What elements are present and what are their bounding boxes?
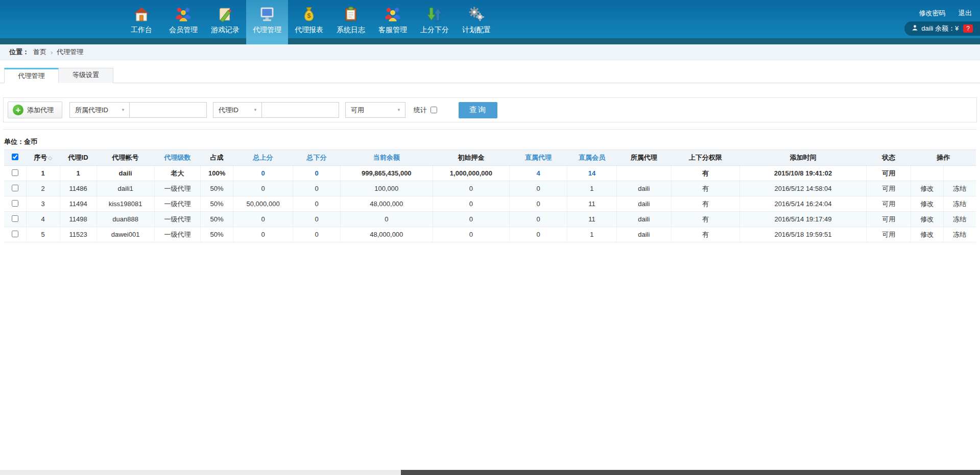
col-header-total_down[interactable]: 总下分 bbox=[293, 150, 341, 166]
clipboard-icon bbox=[342, 5, 360, 23]
cell-parent: daili bbox=[616, 196, 671, 212]
topbar-links: 修改密码 退出 bbox=[907, 9, 972, 18]
cell-total_down[interactable]: 0 bbox=[293, 196, 341, 212]
tab-active[interactable]: 代理管理 bbox=[4, 68, 59, 83]
cell-seq: 4 bbox=[26, 212, 60, 227]
tab-inactive[interactable]: 等级设置 bbox=[59, 68, 113, 83]
scrollbar-thumb[interactable] bbox=[401, 470, 980, 475]
cell-status: 可用 bbox=[867, 212, 911, 227]
query-button[interactable]: 查询 bbox=[459, 102, 497, 118]
agent-id-input[interactable] bbox=[261, 102, 339, 118]
nav-item-label: 工作台 bbox=[131, 26, 152, 35]
col-header-direct_members[interactable]: 直属会员 bbox=[567, 150, 617, 166]
stats-checkbox[interactable] bbox=[431, 107, 437, 113]
change-password-link[interactable]: 修改密码 bbox=[919, 9, 945, 17]
cell-parent: daili bbox=[616, 212, 671, 227]
modify-link[interactable]: 修改 bbox=[911, 212, 943, 227]
col-header-total_up[interactable]: 总上分 bbox=[233, 150, 293, 166]
add-agent-label: 添加代理 bbox=[27, 106, 54, 115]
cell-status: 可用 bbox=[867, 227, 911, 242]
cell-level: 一级代理 bbox=[154, 212, 201, 227]
modify-link[interactable]: 修改 bbox=[911, 196, 943, 212]
add-agent-button[interactable]: + 添加代理 bbox=[8, 102, 62, 118]
nav-item-members[interactable]: 会员管理 bbox=[162, 0, 204, 38]
row-checkbox[interactable] bbox=[12, 169, 18, 176]
freeze-link[interactable]: 冻结 bbox=[943, 212, 976, 227]
cell-seq: 3 bbox=[26, 196, 60, 212]
nav-item-agent-monitor[interactable]: 代理管理 bbox=[246, 0, 288, 38]
row-checkbox[interactable] bbox=[12, 231, 18, 237]
svg-text:$: $ bbox=[307, 12, 310, 19]
row-checkbox[interactable] bbox=[12, 185, 18, 191]
parent-agent-id-select[interactable]: 所属代理ID bbox=[69, 102, 130, 118]
cell-status: 可用 bbox=[867, 181, 911, 196]
cell-total_up[interactable]: 0 bbox=[233, 166, 293, 181]
nav-item-transfer-arrows[interactable]: 上分下分 bbox=[414, 0, 456, 38]
breadcrumb-home-link[interactable]: 首页 bbox=[33, 47, 46, 57]
modify-link[interactable]: 修改 bbox=[911, 181, 943, 196]
parent-agent-id-input[interactable] bbox=[129, 102, 207, 118]
cell-direct_members[interactable]: 11 bbox=[567, 196, 617, 212]
cell-direct_agents[interactable]: 4 bbox=[510, 166, 567, 181]
cell-total_down[interactable]: 0 bbox=[293, 227, 341, 242]
col-header-added_time: 添加时间 bbox=[739, 150, 867, 166]
cell-total_up[interactable]: 0 bbox=[233, 181, 293, 196]
col-header-seq[interactable]: 序号◇ bbox=[26, 150, 60, 166]
freeze-link[interactable]: 冻结 bbox=[943, 227, 976, 242]
cell-direct_agents[interactable]: 0 bbox=[510, 227, 567, 242]
agent-id-select[interactable]: 代理ID bbox=[213, 102, 262, 118]
status-select[interactable]: 可用 bbox=[345, 102, 405, 118]
cell-balance: 999,865,435,000 bbox=[340, 166, 433, 181]
cell-direct_members[interactable]: 1 bbox=[567, 227, 617, 242]
sort-icon: ◇ bbox=[48, 155, 52, 161]
cell-added_time: 2016/5/12 14:58:04 bbox=[739, 181, 867, 196]
cell-balance: 48,000,000 bbox=[340, 227, 433, 242]
nav-item-service[interactable]: 客服管理 bbox=[372, 0, 414, 38]
table-row: 411498duan888一级代理50%0000011daili有2016/5/… bbox=[4, 212, 976, 227]
col-header-level[interactable]: 代理级数 bbox=[154, 150, 201, 166]
col-header-direct_agents[interactable]: 直属代理 bbox=[510, 150, 567, 166]
nav-item-label: 上分下分 bbox=[420, 26, 449, 35]
nav-item-clipboard[interactable]: 系统日志 bbox=[330, 0, 372, 38]
cell-total_up[interactable]: 50,000,000 bbox=[233, 196, 293, 212]
row-checkbox[interactable] bbox=[12, 200, 18, 207]
cell-direct_members[interactable]: 14 bbox=[567, 166, 617, 181]
select-all-checkbox[interactable] bbox=[12, 154, 18, 160]
logout-link[interactable]: 退出 bbox=[959, 9, 972, 17]
cell-agent_id: 11498 bbox=[60, 212, 97, 227]
user-balance-pill[interactable]: daili 余额：¥ ? bbox=[904, 21, 980, 36]
cell-total_down[interactable]: 0 bbox=[293, 181, 341, 196]
modify-link[interactable]: 修改 bbox=[911, 227, 943, 242]
nav-item-label: 客服管理 bbox=[378, 26, 407, 35]
cell-total_down[interactable]: 0 bbox=[293, 212, 341, 227]
cell-permission: 有 bbox=[671, 196, 739, 212]
bottom-scrollbar[interactable] bbox=[0, 470, 980, 475]
nav-item-home[interactable]: 工作台 bbox=[121, 0, 162, 38]
nav-item-money-bag[interactable]: $代理报表 bbox=[288, 0, 330, 38]
filter-panel: + 添加代理 所属代理ID 代理ID 可用 统计 查询 bbox=[3, 97, 977, 122]
cell-direct_agents[interactable]: 0 bbox=[510, 196, 567, 212]
cell-total_down[interactable]: 0 bbox=[293, 166, 341, 181]
cell-total_up[interactable]: 0 bbox=[233, 227, 293, 242]
table-header-row: 序号◇代理ID代理帐号代理级数占成总上分总下分当前余额初始押金直属代理直属会员所… bbox=[4, 150, 976, 166]
cell-account: kiss198081 bbox=[97, 196, 154, 212]
balance-badge[interactable]: ? bbox=[963, 24, 973, 33]
nav-item-label: 系统日志 bbox=[337, 26, 365, 35]
cell-direct_members[interactable]: 1 bbox=[567, 181, 617, 196]
nav-item-gears[interactable]: 计划配置 bbox=[456, 0, 497, 38]
freeze-link[interactable]: 冻结 bbox=[943, 196, 976, 212]
freeze-link[interactable]: 冻结 bbox=[943, 181, 976, 196]
nav-item-game-records[interactable]: 游戏记录 bbox=[204, 0, 246, 38]
cell-share: 100% bbox=[201, 166, 233, 181]
game-records-icon bbox=[216, 5, 234, 23]
row-checkbox[interactable] bbox=[12, 215, 18, 222]
cell-share: 50% bbox=[201, 227, 233, 242]
cell-direct_members[interactable]: 11 bbox=[567, 212, 617, 227]
col-header-balance[interactable]: 当前余额 bbox=[340, 150, 433, 166]
cell-account: daili bbox=[97, 166, 154, 181]
cell-balance: 48,000,000 bbox=[340, 196, 433, 212]
cell-permission: 有 bbox=[671, 227, 739, 242]
cell-direct_agents[interactable]: 0 bbox=[510, 212, 567, 227]
cell-direct_agents[interactable]: 0 bbox=[510, 181, 567, 196]
cell-total_up[interactable]: 0 bbox=[233, 212, 293, 227]
